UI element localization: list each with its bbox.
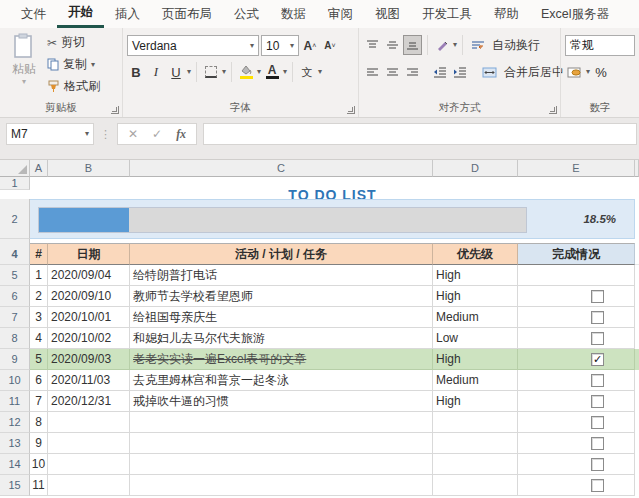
cell-priority[interactable] [433, 433, 518, 454]
cell-done[interactable] [518, 475, 635, 496]
alignment-dialog-launcher[interactable] [549, 106, 557, 114]
percent-style-button[interactable]: % [592, 62, 610, 82]
cancel-entry-icon[interactable]: ✕ [128, 127, 138, 141]
cell-priority[interactable]: High [433, 265, 518, 286]
ribbon-tab-审阅[interactable]: 审阅 [317, 0, 364, 28]
cell-task-number[interactable]: 7 [30, 391, 48, 412]
underline-button[interactable]: U [167, 62, 185, 82]
cell-date[interactable]: 2020/10/02 [48, 328, 130, 349]
cell-priority[interactable]: Medium [433, 307, 518, 328]
cell-done[interactable] [518, 391, 635, 412]
cell-task-number[interactable]: 5 [30, 349, 48, 370]
row-header-10[interactable]: 10 [0, 370, 30, 391]
cell-priority[interactable] [433, 475, 518, 496]
cell-date[interactable] [48, 454, 130, 475]
row-header-8[interactable]: 8 [0, 328, 30, 349]
cell-task-number[interactable]: 8 [30, 412, 48, 433]
row-header-7[interactable]: 7 [0, 307, 30, 328]
cell-task[interactable] [130, 475, 433, 496]
ribbon-tab-视图[interactable]: 视图 [364, 0, 411, 28]
font-color-caret-icon[interactable]: ▾ [283, 68, 287, 76]
cell-priority[interactable] [433, 412, 518, 433]
align-bottom-button[interactable] [403, 35, 422, 55]
row-header-1[interactable]: 1 [0, 177, 30, 190]
font-name-select[interactable]: Verdana ▾ [127, 35, 259, 56]
cell-task[interactable]: 和媳妇儿去马尔代夫旅游 [130, 328, 433, 349]
align-center-button[interactable] [383, 62, 401, 82]
cell-task[interactable] [130, 412, 433, 433]
row-header-9[interactable]: 9 [0, 349, 30, 370]
cell-task-number[interactable]: 3 [30, 307, 48, 328]
row-header-13[interactable]: 13 [0, 433, 30, 454]
formula-input[interactable] [203, 123, 637, 145]
row-header-11[interactable]: 11 [0, 391, 30, 412]
checkbox-unchecked-icon[interactable] [591, 437, 604, 450]
row-header-5[interactable]: 5 [0, 265, 30, 286]
clipboard-dialog-launcher[interactable] [111, 106, 119, 114]
checkbox-unchecked-icon[interactable] [591, 374, 604, 387]
name-box[interactable]: M7 ▾ [6, 123, 94, 145]
ribbon-tab-插入[interactable]: 插入 [104, 0, 151, 28]
cell-date[interactable] [48, 433, 130, 454]
wrap-text-button[interactable]: 自动换行 [468, 36, 543, 55]
align-middle-button[interactable] [383, 35, 401, 55]
copy-button[interactable]: 复制 ▾ [44, 55, 103, 74]
todo-list-title[interactable]: TO DO LIST [30, 190, 635, 199]
ribbon-tab-开始[interactable]: 开始 [57, 0, 104, 28]
format-painter-button[interactable]: 格式刷 [44, 77, 103, 96]
cell-task-number[interactable]: 11 [30, 475, 48, 496]
align-right-button[interactable] [403, 62, 421, 82]
cell-date[interactable] [48, 475, 130, 496]
column-header-c[interactable]: C [130, 160, 433, 177]
row-header-4[interactable]: 4 [0, 243, 30, 265]
ribbon-tab-数据[interactable]: 数据 [270, 0, 317, 28]
cell-priority[interactable]: Medium [433, 370, 518, 391]
cell-task[interactable]: 老老实实读一遍Excel表哥的文章 [130, 349, 433, 370]
accounting-caret-icon[interactable]: ▾ [586, 68, 590, 76]
cell-task-number[interactable]: 2 [30, 286, 48, 307]
column-header-a[interactable]: A [30, 160, 48, 177]
cell-task-number[interactable]: 6 [30, 370, 48, 391]
cell-done[interactable] [518, 412, 635, 433]
checkbox-unchecked-icon[interactable] [591, 458, 604, 471]
ribbon-tab-Excel服务器[interactable]: Excel服务器 [530, 0, 620, 28]
row-header-12[interactable]: 12 [0, 412, 30, 433]
grow-font-button[interactable]: A˄ [301, 36, 319, 56]
cell-date[interactable]: 2020/09/04 [48, 265, 130, 286]
checkbox-unchecked-icon[interactable] [591, 416, 604, 429]
fill-color-button[interactable] [237, 62, 255, 82]
cell-done[interactable]: ✓ [518, 349, 635, 370]
column-header-b[interactable]: B [48, 160, 130, 177]
name-box-caret-icon[interactable]: ▾ [85, 130, 89, 138]
decrease-indent-button[interactable] [431, 62, 449, 82]
cell-date[interactable] [48, 412, 130, 433]
row-header-2[interactable]: 2 [0, 199, 30, 239]
increase-indent-button[interactable] [451, 62, 469, 82]
paste-caret-icon[interactable]: ▾ [22, 78, 26, 86]
bold-button[interactable]: B [127, 62, 145, 82]
phonetic-guide-button[interactable]: 文 [298, 62, 316, 82]
checkbox-checked-icon[interactable]: ✓ [591, 353, 604, 366]
cell-done[interactable] [518, 370, 635, 391]
cell-done[interactable] [518, 307, 635, 328]
select-all-corner[interactable] [0, 160, 30, 177]
checkbox-unchecked-icon[interactable] [591, 332, 604, 345]
ribbon-tab-帮助[interactable]: 帮助 [483, 0, 530, 28]
align-left-button[interactable] [363, 62, 381, 82]
checkbox-unchecked-icon[interactable] [591, 479, 604, 492]
ribbon-tab-开发工具[interactable]: 开发工具 [411, 0, 483, 28]
checkbox-unchecked-icon[interactable] [591, 290, 604, 303]
font-dialog-launcher[interactable] [347, 106, 355, 114]
cell-priority[interactable]: Low [433, 328, 518, 349]
shrink-font-button[interactable]: A˅ [321, 36, 339, 56]
italic-button[interactable]: I [147, 62, 165, 82]
cell-task-number[interactable]: 10 [30, 454, 48, 475]
row-header-15[interactable]: 15 [0, 475, 30, 496]
cell-done[interactable] [518, 265, 635, 286]
enter-entry-icon[interactable]: ✓ [152, 127, 162, 141]
cell-priority[interactable]: High [433, 391, 518, 412]
phonetic-caret-icon[interactable]: ▾ [318, 68, 322, 76]
cell-priority[interactable] [433, 454, 518, 475]
cell-task-number[interactable]: 9 [30, 433, 48, 454]
column-header-e[interactable]: E [518, 160, 635, 177]
